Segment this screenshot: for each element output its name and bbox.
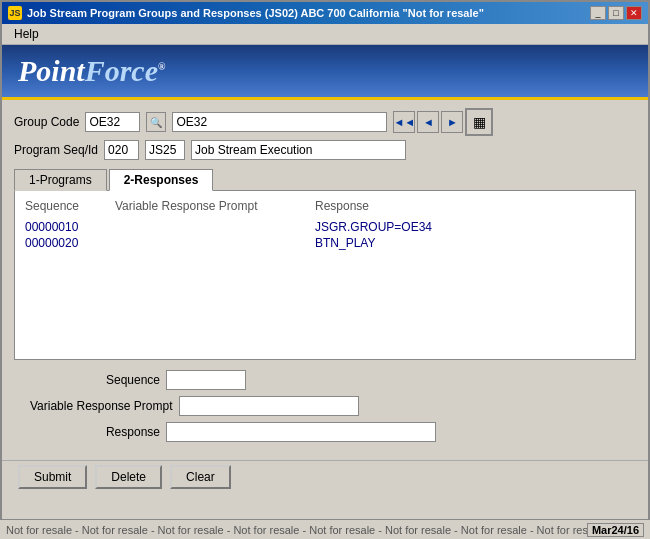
tabs: 1-Programs 2-Responses [14, 168, 636, 190]
vrp-label: Variable Response Prompt [30, 399, 173, 413]
logo-reg: ® [158, 61, 165, 72]
first-nav-button[interactable]: ◄◄ [393, 111, 415, 133]
help-menu[interactable]: Help [8, 26, 45, 42]
vrp-field-row: Variable Response Prompt [30, 396, 620, 416]
menu-bar: Help [2, 24, 648, 45]
response-field-row: Response [30, 422, 620, 442]
sequence-field-row: Sequence [30, 370, 620, 390]
delete-button[interactable]: Delete [95, 465, 162, 489]
col-header-response: Response [315, 199, 625, 213]
main-content: Group Code 🔍 ◄◄ ◄ ► ▦ Program Seq/Id 1-P… [2, 100, 648, 460]
col-header-vrp: Variable Response Prompt [115, 199, 315, 213]
calc-button[interactable]: ▦ [465, 108, 493, 136]
group-code-row: Group Code 🔍 ◄◄ ◄ ► ▦ [14, 108, 636, 136]
logo-force: Force [85, 54, 158, 87]
cell-response-1: JSGR.GROUP=OE34 [315, 220, 625, 234]
table-row[interactable]: 00000010 JSGR.GROUP=OE34 [21, 219, 629, 235]
table-header: Sequence Variable Response Prompt Respon… [21, 197, 629, 215]
program-seq-label: Program Seq/Id [14, 143, 98, 157]
program-seq-row: Program Seq/Id [14, 140, 636, 160]
cell-seq-1: 00000010 [25, 220, 115, 234]
data-table: Sequence Variable Response Prompt Respon… [14, 190, 636, 360]
status-bar: Not for resale - Not for resale - Not fo… [0, 519, 650, 539]
clear-button[interactable]: Clear [170, 465, 231, 489]
prev-nav-button[interactable]: ◄ [417, 111, 439, 133]
tab-programs[interactable]: 1-Programs [14, 169, 107, 191]
entry-fields: Sequence Variable Response Prompt Respon… [14, 370, 636, 442]
cell-seq-2: 00000020 [25, 236, 115, 250]
response-input[interactable] [166, 422, 436, 442]
response-label: Response [30, 425, 160, 439]
cell-response-2: BTN_PLAY [315, 236, 625, 250]
sequence-input[interactable] [166, 370, 246, 390]
group-code-input[interactable] [85, 112, 140, 132]
status-date: Mar24/16 [587, 523, 644, 537]
program-id-input[interactable] [145, 140, 185, 160]
col-header-sequence: Sequence [25, 199, 115, 213]
program-seq-input[interactable] [104, 140, 139, 160]
group-code-label: Group Code [14, 115, 79, 129]
next-nav-button[interactable]: ► [441, 111, 463, 133]
group-name-input[interactable] [172, 112, 387, 132]
logo-area: PointForce® [2, 45, 648, 100]
vrp-input[interactable] [179, 396, 359, 416]
action-bar: Submit Delete Clear [2, 460, 648, 493]
app-icon: JS [8, 6, 22, 20]
title-bar: JS Job Stream Program Groups and Respons… [2, 2, 648, 24]
submit-button[interactable]: Submit [18, 465, 87, 489]
cell-vrp-1 [115, 220, 315, 234]
program-desc-input[interactable] [191, 140, 406, 160]
group-code-search-button[interactable]: 🔍 [146, 112, 166, 132]
sequence-label: Sequence [30, 373, 160, 387]
cell-vrp-2 [115, 236, 315, 250]
window-controls: _ □ ✕ [590, 6, 642, 20]
tab-responses[interactable]: 2-Responses [109, 169, 214, 191]
status-text: Not for resale - Not for resale - Not fo… [6, 524, 587, 536]
maximize-button[interactable]: □ [608, 6, 624, 20]
nav-buttons: ◄◄ ◄ ► ▦ [393, 108, 493, 136]
table-row[interactable]: 00000020 BTN_PLAY [21, 235, 629, 251]
minimize-button[interactable]: _ [590, 6, 606, 20]
logo-point: Point [18, 54, 85, 87]
logo: PointForce® [18, 54, 166, 88]
window-title: Job Stream Program Groups and Responses … [27, 7, 484, 19]
close-button[interactable]: ✕ [626, 6, 642, 20]
